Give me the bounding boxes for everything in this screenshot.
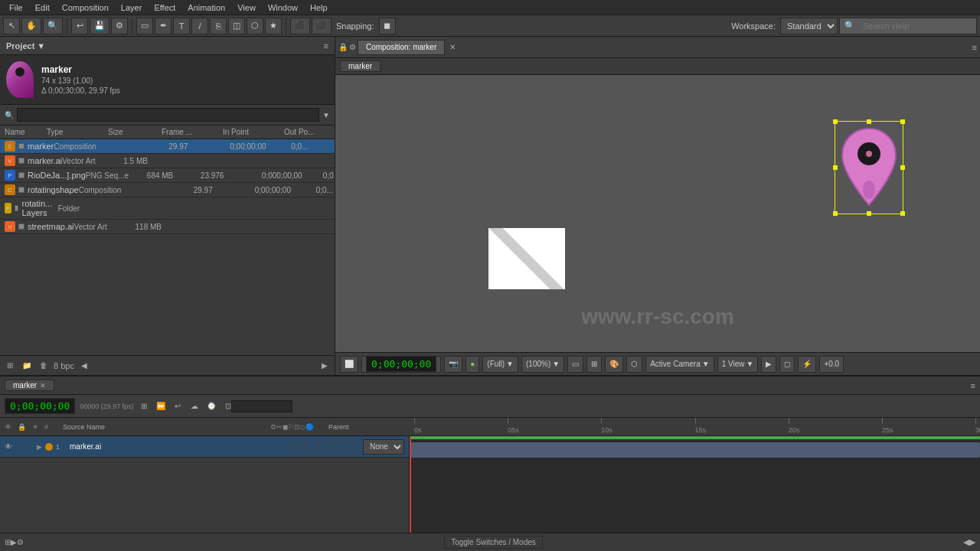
layer-parent[interactable]: None — [363, 439, 404, 455]
menu-layer[interactable]: Layer — [115, 0, 149, 15]
tl-search-input[interactable] — [231, 400, 292, 412]
next-btn[interactable]: ▶ — [318, 359, 332, 373]
tool-text[interactable]: T — [173, 18, 190, 34]
col-header-fps[interactable]: Frame ... — [162, 128, 223, 136]
handle-tm[interactable] — [867, 119, 871, 124]
col-header-type[interactable]: Type — [47, 128, 108, 136]
file-row[interactable]: C rotatingshape Composition 29.97 0;00;0… — [0, 183, 335, 197]
project-menu-icon[interactable]: ≡ — [324, 41, 328, 51]
menu-animation[interactable]: Animation — [181, 0, 231, 15]
workspace-dropdown[interactable]: Standard — [780, 18, 838, 34]
tl-compose-icon[interactable]: ⊞ — [5, 538, 11, 546]
layer-solo[interactable] — [291, 442, 302, 452]
comp-zoom[interactable]: (100%) ▼ — [521, 356, 564, 373]
tool-pen[interactable]: ✒ — [155, 18, 172, 34]
project-search-input[interactable] — [17, 108, 319, 122]
tl-btn-1[interactable]: ⊞ — [137, 399, 151, 413]
comp-panel-menu-icon[interactable]: ≡ — [972, 43, 977, 52]
menu-help[interactable]: Help — [304, 0, 334, 15]
handle-bm[interactable] — [867, 211, 871, 216]
comp-view-select[interactable]: 1 View ▼ — [717, 356, 759, 373]
tl-btn-4[interactable]: ☁ — [188, 399, 201, 413]
playhead[interactable] — [410, 436, 411, 533]
trash-btn[interactable]: 🗑 — [37, 359, 51, 373]
file-row[interactable]: V streetmap.ai Vector Art 118 MB — [0, 220, 335, 234]
tl-settings-icon[interactable]: ⚙ — [17, 538, 24, 546]
comp-tab-close-icon[interactable]: ✕ — [449, 43, 456, 51]
handle-ml[interactable] — [833, 165, 838, 170]
timeline-tab-close[interactable]: ✕ — [40, 382, 46, 390]
comp-color-btn[interactable]: ● — [466, 356, 479, 373]
comp-offset[interactable]: +0.0 — [819, 356, 844, 373]
layer-name[interactable]: marker.ai — [70, 442, 288, 451]
file-row[interactable]: C marker Composition 29.97 0;00;00;00 0;… — [0, 139, 335, 154]
file-row[interactable]: P RioDeJa...].png PNG Seq...e 684 MB 23.… — [0, 168, 335, 183]
tl-search-input-wrapper[interactable] — [255, 399, 269, 413]
new-item-btn[interactable]: ⊞ — [3, 359, 17, 373]
tl-btn-2[interactable]: ⏩ — [154, 399, 168, 413]
timeline-menu-icon[interactable]: ≡ — [971, 381, 975, 390]
comp-inner-tab[interactable]: marker — [340, 60, 381, 72]
col-header-out[interactable]: Out Po... — [284, 128, 330, 136]
col-header-in[interactable]: In Point — [223, 128, 284, 136]
menu-edit[interactable]: Edit — [29, 0, 56, 15]
layer-expand[interactable]: ▶ — [37, 443, 42, 451]
menu-file[interactable]: File — [3, 0, 29, 15]
tool-render[interactable]: ⚙ — [111, 18, 128, 34]
tl-btn-3[interactable]: ↩ — [171, 399, 185, 413]
comp-motion-btn[interactable]: ◻ — [779, 356, 795, 373]
comp-3d-btn[interactable]: ⬡ — [626, 356, 642, 373]
snap-btn-2[interactable]: ⬛ — [312, 18, 332, 34]
handle-bl[interactable] — [833, 211, 838, 216]
tool-clone[interactable]: ⎘ — [210, 18, 227, 34]
layer-effects[interactable] — [332, 442, 343, 452]
menu-view[interactable]: View — [231, 0, 262, 15]
comp-timecode[interactable]: 0;00;00;00 — [361, 356, 441, 373]
handle-mr[interactable] — [900, 165, 905, 170]
snap-btn-1[interactable]: ⬛ — [290, 18, 310, 34]
tl-layer-bar[interactable] — [410, 442, 980, 458]
tl-btn-5[interactable]: ⌚ — [204, 399, 218, 413]
tool-rect[interactable]: ▭ — [136, 18, 153, 34]
comp-tab-main[interactable]: Composition: marker — [358, 40, 445, 55]
comp-viewer[interactable]: www.rr-sc.com — [335, 75, 980, 352]
handle-tr[interactable] — [900, 119, 905, 124]
col-header-name[interactable]: Name — [5, 128, 47, 136]
comp-active-camera[interactable]: Active Camera ▼ — [645, 356, 714, 373]
comp-fast-preview[interactable]: ⚡ — [798, 356, 816, 373]
prev-btn[interactable]: ◀ — [77, 359, 91, 373]
search-options-icon[interactable]: ▼ — [322, 111, 330, 119]
file-row[interactable]: F rotatin... Layers Folder — [0, 197, 335, 220]
marker-pin-container[interactable] — [835, 121, 903, 214]
layer-motion-blur[interactable] — [318, 442, 329, 452]
menu-composition[interactable]: Composition — [56, 0, 115, 15]
tool-brush[interactable]: / — [191, 18, 208, 34]
file-row[interactable]: V marker.ai Vector Art 1.5 MB — [0, 154, 335, 168]
comp-grid-btn[interactable]: ⊞ — [586, 356, 602, 373]
handle-tl[interactable] — [833, 119, 838, 124]
comp-pixel-btn[interactable]: ⬜ — [340, 356, 358, 373]
tool-puppet[interactable]: ★ — [265, 18, 282, 34]
comp-cam-btn[interactable]: 📷 — [444, 356, 462, 373]
handle-br[interactable] — [900, 211, 905, 216]
tl-nav-prev[interactable]: ◀ — [963, 537, 969, 547]
tool-roto[interactable]: ⬡ — [247, 18, 263, 34]
timeline-tab[interactable]: marker ✕ — [5, 380, 54, 391]
layer-visibility[interactable]: 👁 — [5, 442, 12, 451]
search-input[interactable] — [858, 18, 973, 34]
tool-hand[interactable]: ✋ — [21, 18, 41, 34]
folder-btn[interactable]: 📁 — [20, 359, 34, 373]
tool-undo[interactable]: ↩ — [71, 18, 88, 34]
tool-save[interactable]: 💾 — [90, 18, 109, 34]
tl-nav-next[interactable]: ▶ — [969, 537, 975, 547]
comp-region-btn[interactable]: ▭ — [567, 356, 583, 373]
tool-eraser[interactable]: ◫ — [228, 18, 245, 34]
tool-zoom[interactable]: 🔍 — [43, 18, 63, 34]
tl-layer-row[interactable]: 👁 ▶ 1 marker.ai None — [0, 436, 409, 458]
toggle-switches-btn[interactable]: Toggle Switches / Modes — [444, 536, 543, 549]
layer-adj[interactable] — [346, 442, 357, 452]
tl-render-icon[interactable]: ▶ — [11, 538, 17, 546]
timeline-timecode[interactable]: 0;00;00;00 — [5, 398, 75, 414]
comp-channel-btn[interactable]: 🎨 — [605, 356, 623, 373]
comp-resolution[interactable]: (Full) ▼ — [482, 356, 518, 373]
